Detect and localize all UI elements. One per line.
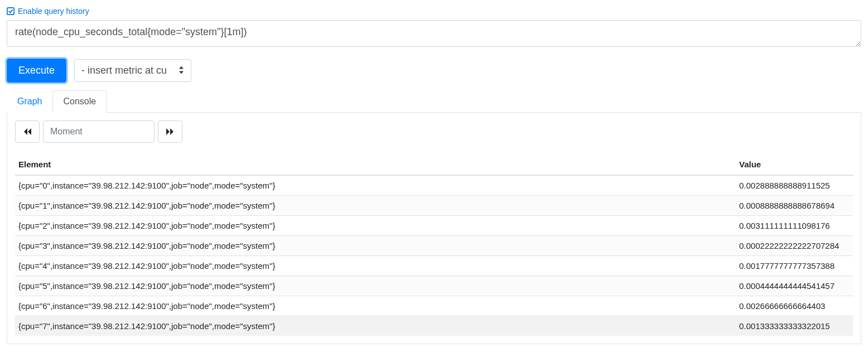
cell-element: {cpu="6",instance="39.98.212.142:9100",j… bbox=[15, 296, 736, 316]
moment-next-button[interactable] bbox=[158, 120, 182, 143]
moment-prev-button[interactable] bbox=[15, 120, 40, 143]
table-row: {cpu="6",instance="39.98.212.142:9100",j… bbox=[15, 296, 853, 316]
results-table: Element Value {cpu="0",instance="39.98.2… bbox=[15, 154, 853, 336]
enable-history-link[interactable]: Enable query history bbox=[7, 7, 89, 16]
cell-value: 0.00266666666664403 bbox=[736, 296, 853, 316]
cell-element: {cpu="7",instance="39.98.212.142:9100",j… bbox=[15, 316, 736, 336]
moment-input[interactable] bbox=[43, 120, 155, 143]
metric-select-label: - insert metric at cu bbox=[81, 65, 167, 76]
cell-value: 0.0008888888888678694 bbox=[736, 196, 853, 216]
table-row: {cpu="7",instance="39.98.212.142:9100",j… bbox=[15, 316, 853, 336]
console-panel: Element Value {cpu="0",instance="39.98.2… bbox=[7, 113, 861, 344]
checkbox-icon bbox=[7, 7, 15, 15]
cell-element: {cpu="1",instance="39.98.212.142:9100",j… bbox=[15, 196, 736, 216]
history-link-label: Enable query history bbox=[18, 7, 89, 16]
cell-element: {cpu="3",instance="39.98.212.142:9100",j… bbox=[15, 236, 736, 256]
cell-element: {cpu="0",instance="39.98.212.142:9100",j… bbox=[15, 175, 736, 196]
double-chevron-right-icon bbox=[166, 128, 175, 136]
cell-element: {cpu="4",instance="39.98.212.142:9100",j… bbox=[15, 256, 736, 276]
cell-value: 0.003111111111098176 bbox=[736, 216, 853, 236]
cell-value: 0.002888888888911525 bbox=[736, 175, 853, 196]
sort-icon bbox=[179, 65, 184, 76]
table-row: {cpu="4",instance="39.98.212.142:9100",j… bbox=[15, 256, 853, 276]
cell-element: {cpu="2",instance="39.98.212.142:9100",j… bbox=[15, 216, 736, 236]
table-row: {cpu="2",instance="39.98.212.142:9100",j… bbox=[15, 216, 853, 236]
tab-graph[interactable]: Graph bbox=[7, 90, 52, 113]
table-row: {cpu="3",instance="39.98.212.142:9100",j… bbox=[15, 236, 853, 256]
metric-select[interactable]: - insert metric at cu bbox=[74, 59, 191, 82]
table-row: {cpu="5",instance="39.98.212.142:9100",j… bbox=[15, 276, 853, 296]
double-chevron-left-icon bbox=[23, 128, 32, 136]
tab-console[interactable]: Console bbox=[52, 90, 107, 113]
cell-value: 0.00022222222222707284 bbox=[736, 236, 853, 256]
tabs: Graph Console bbox=[7, 90, 861, 113]
cell-value: 0.0004444444444541457 bbox=[736, 276, 853, 296]
table-row: {cpu="1",instance="39.98.212.142:9100",j… bbox=[15, 196, 853, 216]
cell-value: 0.0017777777777357388 bbox=[736, 256, 853, 276]
col-value-header: Value bbox=[736, 154, 853, 175]
col-element-header: Element bbox=[15, 154, 736, 175]
execute-button[interactable]: Execute bbox=[7, 59, 66, 83]
table-row: {cpu="0",instance="39.98.212.142:9100",j… bbox=[15, 175, 853, 196]
svg-rect-0 bbox=[7, 8, 14, 15]
cell-value: 0.001333333333322015 bbox=[736, 316, 853, 336]
cell-element: {cpu="5",instance="39.98.212.142:9100",j… bbox=[15, 276, 736, 296]
query-input[interactable] bbox=[7, 20, 861, 47]
